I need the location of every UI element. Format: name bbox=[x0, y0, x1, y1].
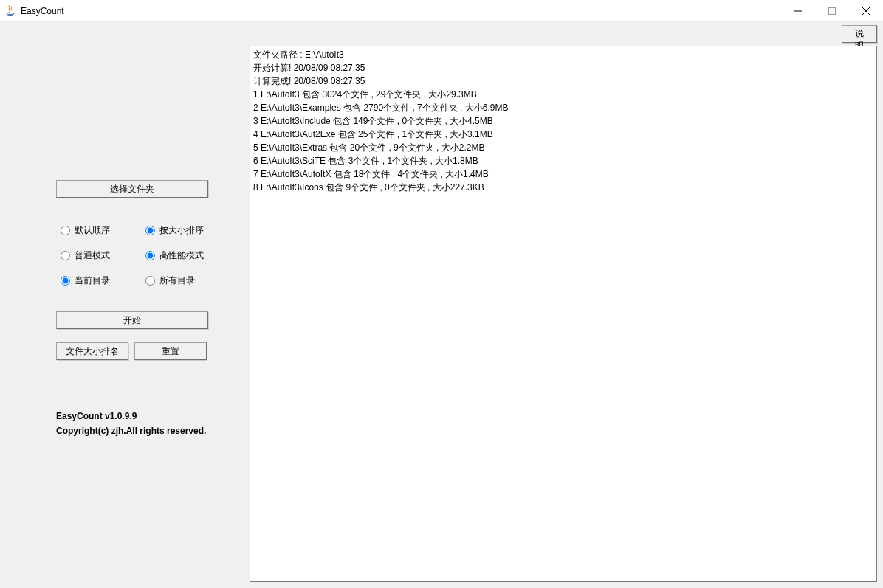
radio-mode-normal[interactable]: 普通模式 bbox=[61, 249, 110, 262]
radio-group-dir: 当前目录 所有目录 bbox=[61, 274, 195, 287]
window-title: EasyCount bbox=[21, 6, 64, 16]
top-row: 说明 bbox=[6, 25, 877, 44]
radio-order-default-label: 默认顺序 bbox=[75, 224, 110, 237]
output-line: 3 E:\AutoIt3\Include 包含 149个文件 , 0个文件夹 ,… bbox=[253, 114, 873, 128]
radio-mode-normal-label: 普通模式 bbox=[75, 249, 110, 262]
output-textarea[interactable]: 文件夹路径 : E:\AutoIt3开始计算! 20/08/09 08:27:3… bbox=[250, 46, 877, 582]
copyright-text: Copyright(c) zjh.All rights reserved. bbox=[56, 423, 206, 438]
minimize-button[interactable] bbox=[781, 0, 815, 22]
output-line: 6 E:\AutoIt3\SciTE 包含 3个文件 , 1个文件夹 , 大小1… bbox=[253, 154, 873, 167]
select-folder-button[interactable]: 选择文件夹 bbox=[56, 180, 208, 198]
radio-dir-current-label: 当前目录 bbox=[75, 274, 110, 287]
client-area: 说明 选择文件夹 默认顺序 按大小排序 普通模式 bbox=[0, 22, 883, 588]
reset-button[interactable]: 重置 bbox=[134, 342, 207, 360]
output-line: 计算完成! 20/08/09 08:27:35 bbox=[253, 75, 873, 88]
radio-order-bysize[interactable]: 按大小排序 bbox=[145, 224, 204, 237]
radio-dir-all[interactable]: 所有目录 bbox=[145, 274, 195, 287]
help-button[interactable]: 说明 bbox=[842, 25, 877, 43]
radio-mode-normal-input[interactable] bbox=[61, 251, 70, 260]
radio-order-default-input[interactable] bbox=[61, 226, 70, 235]
output-line: 文件夹路径 : E:\AutoIt3 bbox=[253, 48, 873, 61]
titlebar: EasyCount bbox=[0, 0, 883, 22]
radio-mode-highperf-label: 高性能模式 bbox=[159, 249, 204, 262]
close-button[interactable] bbox=[849, 0, 883, 22]
radio-group-order: 默认顺序 按大小排序 bbox=[61, 224, 204, 237]
svg-rect-1 bbox=[829, 7, 836, 14]
radio-mode-highperf[interactable]: 高性能模式 bbox=[145, 249, 204, 262]
left-panel: 选择文件夹 默认顺序 按大小排序 普通模式 高性能模式 bbox=[6, 46, 250, 582]
output-line: 8 E:\AutoIt3\Icons 包含 9个文件 , 0个文件夹 , 大小2… bbox=[253, 181, 873, 194]
radio-order-bysize-input[interactable] bbox=[145, 226, 155, 235]
output-line: 7 E:\AutoIt3\AutoItX 包含 18个文件 , 4个文件夹 , … bbox=[253, 167, 873, 181]
main-row: 选择文件夹 默认顺序 按大小排序 普通模式 高性能模式 bbox=[6, 46, 877, 582]
radio-dir-all-label: 所有目录 bbox=[159, 274, 195, 287]
file-size-rank-button[interactable]: 文件大小排名 bbox=[56, 342, 128, 360]
radio-dir-current-input[interactable] bbox=[61, 276, 70, 286]
radio-order-default[interactable]: 默认顺序 bbox=[61, 224, 110, 237]
output-line: 4 E:\AutoIt3\Aut2Exe 包含 25个文件 , 1个文件夹 , … bbox=[253, 128, 873, 141]
output-line: 5 E:\AutoIt3\Extras 包含 20个文件 , 9个文件夹 , 大… bbox=[253, 141, 873, 154]
radio-group-mode: 普通模式 高性能模式 bbox=[61, 249, 204, 262]
radio-dir-all-input[interactable] bbox=[145, 276, 155, 286]
output-line: 1 E:\AutoIt3 包含 3024个文件 , 29个文件夹 , 大小29.… bbox=[253, 88, 873, 101]
output-line: 2 E:\AutoIt3\Examples 包含 2790个文件 , 7个文件夹… bbox=[253, 101, 873, 114]
button-row-2: 文件大小排名 重置 bbox=[56, 342, 207, 360]
radio-mode-highperf-input[interactable] bbox=[145, 251, 155, 260]
output-line: 开始计算! 20/08/09 08:27:35 bbox=[253, 61, 873, 75]
java-icon bbox=[4, 5, 16, 17]
footer-info: EasyCount v1.0.9.9 Copyright(c) zjh.All … bbox=[56, 409, 206, 438]
radio-dir-current[interactable]: 当前目录 bbox=[61, 274, 110, 287]
maximize-button[interactable] bbox=[815, 0, 849, 22]
start-button[interactable]: 开始 bbox=[56, 311, 208, 329]
version-text: EasyCount v1.0.9.9 bbox=[56, 409, 206, 423]
radio-order-bysize-label: 按大小排序 bbox=[159, 224, 204, 237]
